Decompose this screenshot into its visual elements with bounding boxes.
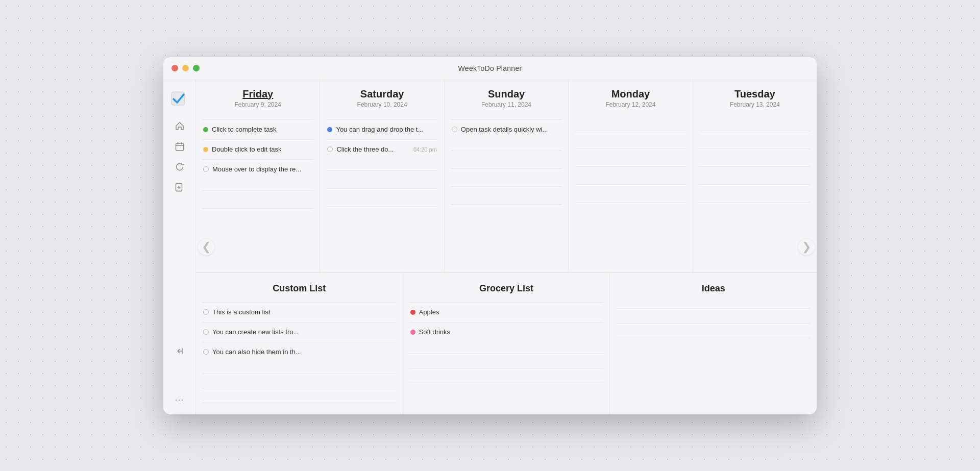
list-item[interactable]: You can create new lists fro... <box>202 326 397 339</box>
list-item-text: You can also hide them in th... <box>212 348 396 356</box>
empty-divider <box>699 148 811 149</box>
list-item[interactable]: Apples <box>409 306 604 319</box>
task-text: Click to complete task <box>212 126 312 133</box>
more-options-icon[interactable]: ... <box>172 390 188 406</box>
close-button[interactable] <box>172 65 178 71</box>
list-empty-divider <box>202 388 397 388</box>
task-text: Mouse over to display the re... <box>212 165 312 173</box>
main-layout: ... ❮ ❯ FridayFebruary 9, 2024Click to c… <box>163 80 817 414</box>
list-item[interactable]: You can also hide them in th... <box>202 345 397 359</box>
empty-divider <box>202 208 313 209</box>
maximize-button[interactable] <box>193 65 200 71</box>
svg-rect-1 <box>176 143 183 151</box>
task-item[interactable]: Click to complete task <box>202 123 313 136</box>
task-divider <box>202 119 313 120</box>
task-item[interactable]: Mouse over to display the re... <box>202 163 313 176</box>
list-empty-divider <box>202 373 397 374</box>
empty-divider <box>451 186 562 187</box>
day-header: MondayFebruary 12, 2024 <box>575 88 686 108</box>
task-divider <box>202 159 313 160</box>
day-name: Tuesday <box>699 88 811 100</box>
list-empty-divider <box>409 383 604 383</box>
list-empty-divider <box>202 403 397 403</box>
back-icon[interactable] <box>172 343 188 359</box>
list-item-text: You can create new lists fro... <box>212 328 396 336</box>
app-logo[interactable] <box>170 88 189 108</box>
empty-divider <box>451 151 562 151</box>
empty-divider <box>451 168 562 169</box>
content-area: ❮ ❯ FridayFebruary 9, 2024Click to compl… <box>196 80 817 414</box>
refresh-icon[interactable] <box>172 159 188 175</box>
day-name: Sunday <box>451 88 562 100</box>
day-header: SaturdayFebruary 10, 2024 <box>326 88 437 108</box>
task-item[interactable]: You can drag and drop the t... <box>326 123 437 136</box>
list-circle[interactable] <box>203 349 209 355</box>
list-divider <box>202 322 397 323</box>
list-empty-divider <box>409 368 604 368</box>
empty-divider <box>575 166 686 167</box>
empty-divider <box>326 206 437 207</box>
next-week-button[interactable]: ❯ <box>798 239 815 255</box>
task-circle[interactable] <box>452 127 457 132</box>
empty-divider <box>451 204 562 205</box>
day-date: February 9, 2024 <box>202 101 313 108</box>
list-item[interactable]: Soft drinks <box>409 326 604 339</box>
day-name: Monday <box>575 88 686 100</box>
calendar-icon[interactable] <box>172 138 188 155</box>
empty-divider <box>699 184 811 185</box>
list-empty-divider <box>616 338 811 338</box>
empty-divider <box>699 166 811 167</box>
empty-divider <box>699 202 811 203</box>
sidebar-bottom: ... <box>172 343 188 406</box>
day-date: February 13, 2024 <box>699 101 811 108</box>
list-circle[interactable] <box>203 329 209 335</box>
list-divider <box>409 322 604 323</box>
lists-section: Custom ListThis is a custom listYou can … <box>196 273 817 414</box>
task-text: Double click to edit task <box>212 145 312 153</box>
titlebar: WeekToDo Planner <box>163 57 817 80</box>
home-icon[interactable] <box>172 118 188 134</box>
empty-divider <box>575 202 686 203</box>
window-title: WeekToDo Planner <box>458 64 522 72</box>
list-item-text: Apples <box>419 308 603 316</box>
day-column-sunday: SundayFebruary 11, 2024Open task details… <box>445 80 569 272</box>
list-color-dot <box>410 330 415 335</box>
empty-divider <box>326 170 437 171</box>
task-divider <box>451 119 562 120</box>
list-circle[interactable] <box>203 309 209 315</box>
empty-divider <box>575 184 686 185</box>
list-color-dot <box>410 310 415 315</box>
list-divider <box>202 342 397 342</box>
task-item[interactable]: Double click to edit task <box>202 143 313 156</box>
task-circle[interactable] <box>203 166 209 172</box>
day-column-tuesday: TuesdayFebruary 13, 2024 <box>693 80 817 272</box>
task-circle[interactable] <box>327 146 333 152</box>
day-date: February 10, 2024 <box>326 101 437 108</box>
day-date: February 12, 2024 <box>575 101 686 108</box>
day-date: February 11, 2024 <box>451 101 562 108</box>
empty-divider <box>326 188 437 189</box>
task-color-dot <box>327 127 332 132</box>
empty-divider <box>575 148 686 149</box>
list-column-ideas: Ideas <box>610 273 817 414</box>
task-color-dot <box>203 127 208 132</box>
empty-divider <box>699 131 811 131</box>
task-time: 04:20 pm <box>413 146 437 153</box>
sidebar: ... <box>163 80 196 414</box>
task-item[interactable]: Open task details quickly wi... <box>451 123 562 136</box>
task-item[interactable]: Click the three do...04:20 pm <box>326 143 437 156</box>
list-title: Custom List <box>202 283 397 294</box>
prev-week-button[interactable]: ❮ <box>198 239 214 255</box>
list-title: Ideas <box>616 283 811 294</box>
task-divider <box>202 139 313 140</box>
task-text: Click the three do... <box>336 145 410 153</box>
minimize-button[interactable] <box>182 65 189 71</box>
list-item[interactable]: This is a custom list <box>202 306 397 319</box>
day-name: Friday <box>202 88 313 100</box>
day-header: FridayFebruary 9, 2024 <box>202 88 313 108</box>
task-divider <box>326 119 437 120</box>
add-task-icon[interactable] <box>172 179 188 195</box>
day-header: SundayFebruary 11, 2024 <box>451 88 562 108</box>
day-header: TuesdayFebruary 13, 2024 <box>699 88 811 108</box>
list-divider <box>409 302 604 303</box>
